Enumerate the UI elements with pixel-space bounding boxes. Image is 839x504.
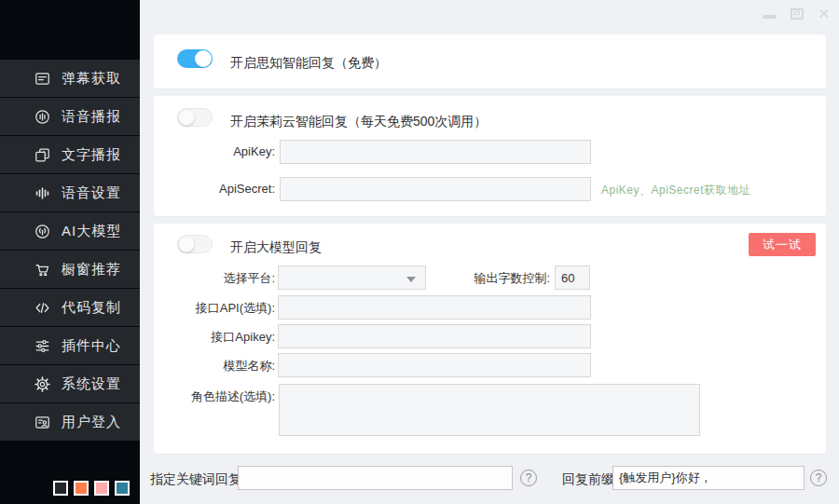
text-broadcast-icon: A [34,146,51,164]
moli-toggle[interactable] [177,108,213,127]
wordcount-input[interactable] [555,266,590,290]
bigmodel-panel: 开启大模型回复 试一试 选择平台: 输出字数控制: 接口API(选填): 接口A… [154,224,826,454]
maximize-inner-box [794,11,800,15]
code-copy-icon [34,299,51,317]
ai-model-icon [34,223,51,240]
chevron-down-icon [406,277,416,282]
moli-panel: 开启茉莉云智能回复（每天免费500次调用） ApiKey: ApiSecret:… [154,96,826,216]
api-url-input[interactable] [278,295,591,320]
sidebar-item-label: 系统设置 [62,375,121,393]
try-button[interactable]: 试一试 [749,233,816,256]
platform-select[interactable] [278,266,426,290]
sidebar-item-voice-broadcast[interactable]: 语音播报 [0,98,140,135]
sidebar-item-label: 橱窗推荐 [62,261,121,279]
sizhi-panel: 开启思知智能回复（免费） [154,34,826,89]
sizhi-toggle[interactable] [177,49,213,68]
api-key-input[interactable] [278,324,591,348]
sidebar-item-text-broadcast[interactable]: A 文字播报 [0,136,140,173]
shop-cart-icon [34,261,51,279]
voice-broadcast-icon [34,108,51,126]
sidebar-item-label: 语音播报 [62,108,121,126]
api-url-label: 接口API(选填): [154,300,275,317]
sidebar: 弹幕获取 语音播报 A 文字播报 语音设置 AI大模型 [0,0,140,504]
keyword-help-icon[interactable]: ? [520,470,537,486]
prefix-help-icon[interactable]: ? [810,470,827,486]
sidebar-item-system-settings[interactable]: 系统设置 [0,365,140,402]
theme-swatch-teal[interactable] [115,481,130,496]
api-key-label: 接口Apikey: [154,329,275,346]
sidebar-item-label: 代码复制 [62,299,121,317]
bigmodel-toggle-label: 开启大模型回复 [230,239,322,256]
keyword-reply-input[interactable] [238,466,513,490]
apisecret-input[interactable] [280,177,591,201]
wordcount-label: 输出字数控制: [429,270,550,287]
moli-toggle-label: 开启茉莉云智能回复（每天免费500次调用） [230,114,487,130]
model-name-input[interactable] [278,353,591,377]
danmaku-icon [34,70,51,88]
sidebar-menu: 弹幕获取 语音播报 A 文字播报 语音设置 AI大模型 [0,60,140,442]
plugin-center-icon [34,337,51,355]
theme-swatch-dark[interactable] [53,481,68,496]
reply-prefix-label: 回复前缀 [562,471,614,488]
reply-prefix-input[interactable] [612,466,805,490]
sidebar-item-label: 插件中心 [62,337,121,355]
minimize-icon[interactable] [763,15,777,19]
apikey-input[interactable] [280,140,591,164]
apisecret-label: ApiSecret: [154,182,275,196]
maximize-icon[interactable] [791,8,804,20]
apikey-label: ApiKey: [154,144,275,158]
bigmodel-toggle[interactable] [177,235,213,253]
keyword-reply-label: 指定关键词回复 [150,471,241,488]
sidebar-item-code-copy[interactable]: 代码复制 [0,289,140,326]
sidebar-item-label: 用户登入 [62,414,121,431]
sidebar-item-voice-settings[interactable]: 语音设置 [0,174,140,211]
sidebar-item-label: 文字播报 [62,146,121,164]
sidebar-item-user-login[interactable]: 用户登入 [0,403,140,441]
sidebar-item-plugin-center[interactable]: 插件中心 [0,327,140,364]
platform-label: 选择平台: [154,270,275,287]
window-controls: ✕ [763,7,830,21]
theme-swatch-pink[interactable] [94,481,109,496]
sidebar-item-shop-window[interactable]: 橱窗推荐 [0,251,140,288]
role-desc-label: 角色描述(选填): [154,388,275,405]
toggle-knob [195,50,212,67]
toggle-knob [178,236,195,252]
close-icon[interactable]: ✕ [818,7,830,21]
theme-swatch-orange[interactable] [74,481,89,496]
model-name-label: 模型名称: [154,358,275,375]
voice-settings-icon [34,184,51,202]
theme-swatches [53,481,130,496]
apikey-get-link[interactable]: ApiKey、ApiSecret获取地址 [601,183,750,198]
user-login-icon [34,414,51,431]
sidebar-item-label: AI大模型 [62,223,121,240]
sidebar-item-ai-model[interactable]: AI大模型 [0,212,140,250]
sizhi-toggle-label: 开启思知智能回复（免费） [230,55,387,72]
sidebar-item-label: 语音设置 [62,184,121,202]
sidebar-item-danmaku[interactable]: 弹幕获取 [0,60,140,97]
gear-icon [34,375,51,393]
role-desc-textarea[interactable] [279,384,700,436]
toggle-knob [178,109,195,126]
sidebar-item-label: 弹幕获取 [62,70,121,88]
